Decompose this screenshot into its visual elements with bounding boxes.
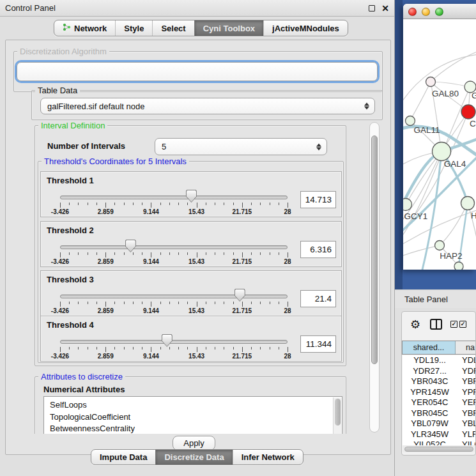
algorithm-combo[interactable] [17, 62, 378, 81]
table-row[interactable]: YDR27...YDR2 [403, 366, 476, 377]
split-columns-icon[interactable] [430, 319, 442, 330]
network-node-gal11[interactable] [406, 116, 415, 126]
combo-stepper-icon [364, 103, 369, 110]
table-horizontal-scrollbar[interactable] [403, 445, 476, 452]
minor-tick [270, 302, 270, 304]
minor-tick [279, 203, 279, 205]
minor-tick [160, 302, 161, 304]
minor-tick [270, 347, 270, 349]
attribute-list-item[interactable]: SelfLoops [44, 399, 342, 411]
tab-network[interactable]: Network [54, 20, 115, 36]
table-row[interactable]: YPR145WYPR1 [403, 387, 476, 398]
network-node-gal80[interactable] [426, 77, 436, 87]
bottom-tab-discretize-data[interactable]: Discretize Data [155, 450, 232, 464]
major-tick [197, 302, 197, 307]
threshold-slider-track[interactable] [60, 340, 288, 344]
number-of-intervals-value: 5 [162, 139, 166, 155]
settings-vertical-scrollbar[interactable] [369, 122, 380, 433]
tick-label: -3.426 [51, 258, 69, 265]
threshold-slider-thumb[interactable] [125, 240, 136, 252]
tab-style[interactable]: Style [115, 20, 152, 36]
attribute-list-item[interactable]: TopologicalCoefficient [44, 411, 342, 424]
minor-tick [69, 203, 70, 205]
network-node-hap2[interactable] [435, 241, 445, 250]
table-row[interactable]: YIL052CYIL0 [403, 440, 476, 445]
minor-tick [96, 347, 97, 349]
minor-tick [88, 347, 88, 349]
tick-label: 28 [284, 353, 291, 360]
gear-icon[interactable]: ⚙ [410, 318, 420, 332]
close-traffic-light-icon[interactable] [408, 8, 417, 16]
threshold-slider-thumb[interactable] [162, 334, 173, 347]
tab-jactivemnodules[interactable]: jActiveMNodules [263, 20, 348, 36]
tab-label: Cyni Toolbox [203, 24, 255, 33]
tab-cyni-toolbox[interactable]: Cyni Toolbox [194, 20, 263, 36]
minimize-traffic-light-icon[interactable] [422, 8, 430, 16]
major-tick [105, 347, 106, 352]
threshold-slider-track[interactable] [60, 295, 288, 298]
control-panel-titlebar[interactable]: Control Panel ✕ [0, 0, 394, 17]
bottom-tab-infer-network[interactable]: Infer Network [233, 450, 303, 464]
bottom-tab-label: Impute Data [100, 452, 147, 462]
table-row[interactable]: YDL19...YDL1 [403, 355, 476, 366]
network-view-frame[interactable]: GAL80GACGAL11GAL4GCY1HHAP2 [395, 0, 476, 289]
minor-tick [206, 203, 206, 205]
threshold-slider-track[interactable] [60, 196, 288, 199]
threshold-label: Threshold 3 [47, 275, 94, 284]
major-tick [151, 203, 151, 208]
table-data-combo[interactable]: galFiltered.sif default node [40, 98, 375, 114]
network-node-c[interactable] [461, 105, 475, 119]
threshold-value-field[interactable]: 11.344 [300, 335, 336, 353]
network-canvas[interactable]: GAL80GACGAL11GAL4GCY1HHAP2 [403, 19, 476, 270]
table-row[interactable]: YBL079WYBL0 [403, 418, 476, 429]
threshold-slider-thumb[interactable] [186, 190, 197, 203]
main-tabbar: NetworkStyleSelectCyni ToolboxjActiveMNo… [54, 20, 348, 36]
threshold-slider-track[interactable] [60, 245, 288, 249]
tick-label: 28 [284, 208, 291, 215]
table-row[interactable]: YER054CYER0 [403, 397, 476, 408]
threshold-value-field[interactable]: 21.4 [300, 290, 336, 307]
zoom-traffic-light-icon[interactable] [435, 8, 443, 16]
minor-tick [178, 302, 179, 304]
minor-tick [160, 203, 161, 205]
minor-tick [96, 203, 97, 205]
threshold-value-field[interactable]: 6.316 [300, 241, 336, 258]
column-header-shared[interactable]: shared... [402, 341, 456, 354]
checkbox-icon[interactable]: ✓ [450, 321, 457, 328]
network-node-gcy1[interactable] [403, 199, 412, 211]
table-panel-header[interactable]: Table Panel [395, 289, 476, 308]
minor-tick [96, 302, 97, 304]
minor-tick [178, 252, 179, 255]
network-node-label: GA [472, 91, 476, 100]
table-row[interactable]: YBR043CYBR0 [403, 376, 476, 387]
settings-scrollbar-thumb[interactable] [371, 135, 378, 364]
table-row[interactable]: YBR045CYBR0 [403, 408, 476, 419]
network-node-h[interactable] [461, 197, 475, 210]
checkbox-icon-2[interactable]: ✓ [459, 321, 466, 328]
attribute-list-item[interactable]: BetweennessCentrality [44, 423, 342, 434]
network-window-titlebar[interactable] [403, 4, 476, 19]
numerical-attributes-list[interactable]: SelfLoopsTopologicalCoefficientBetweenne… [43, 396, 342, 434]
minor-tick [124, 203, 125, 205]
table-data-combo-value: galFiltered.sif default node [47, 98, 144, 114]
minor-tick [124, 347, 125, 349]
network-node-label: C [470, 119, 476, 128]
settings-scrollpane: Interval Definition Number of Intervals … [10, 122, 369, 434]
bottom-tab-impute-data[interactable]: Impute Data [91, 450, 155, 464]
tab-select[interactable]: Select [152, 20, 194, 36]
network-node-gal4[interactable] [433, 142, 451, 161]
table-hscrollbar-thumb[interactable] [404, 447, 473, 452]
close-icon[interactable]: ✕ [381, 4, 389, 13]
network-node[interactable] [454, 262, 463, 270]
network-view-window[interactable]: GAL80GACGAL11GAL4GCY1HHAP2 [403, 4, 476, 270]
apply-button[interactable]: Apply [173, 436, 215, 450]
table-row[interactable]: YLR345WYLR3 [403, 429, 476, 440]
column-header-name[interactable]: na [456, 341, 476, 354]
float-window-icon[interactable] [369, 5, 375, 12]
group-title-attributes: Attributes to discretize [38, 372, 125, 381]
number-of-intervals-spinner[interactable]: 5 [155, 138, 327, 155]
threshold-slider-thumb[interactable] [234, 289, 245, 302]
tick-label: -3.426 [51, 353, 69, 360]
attributes-list-scrollbar[interactable] [333, 397, 341, 434]
threshold-value-field[interactable]: 14.713 [300, 191, 336, 208]
